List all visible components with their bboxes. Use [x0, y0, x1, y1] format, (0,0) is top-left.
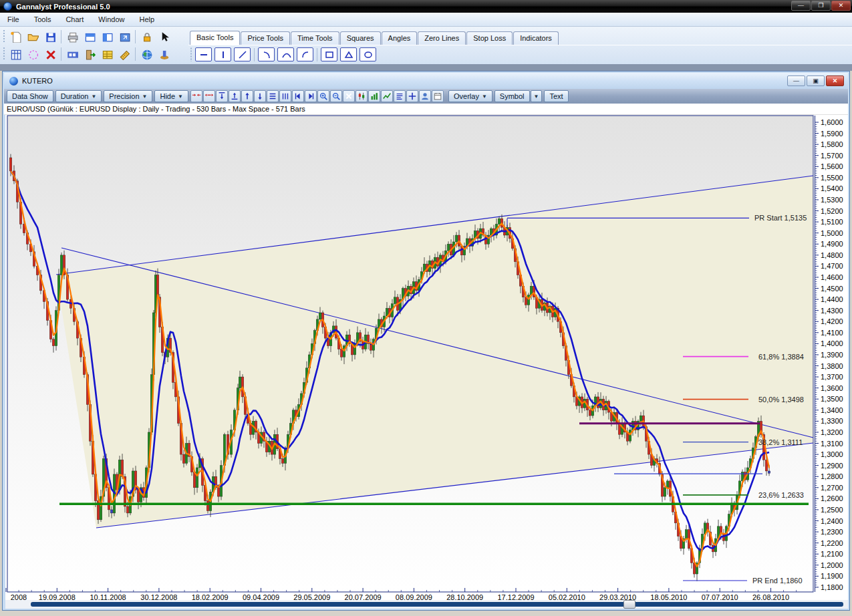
symbol-button[interactable]: Symbol [494, 90, 530, 102]
scale-down-icon [255, 92, 265, 101]
compress-bars-icon [192, 92, 201, 101]
lock-button[interactable] [138, 29, 155, 45]
new-window-button[interactable] [116, 29, 133, 45]
svg-text:1,3200: 1,3200 [821, 428, 843, 436]
chart-horizontal-scrollbar[interactable] [5, 600, 848, 609]
tab-indicators[interactable]: Indicators [513, 31, 559, 45]
new-file-icon [9, 31, 21, 43]
line-chart-button[interactable] [381, 90, 393, 102]
arc-up-tool-button[interactable] [297, 47, 313, 61]
vline-tool-button[interactable] [215, 47, 231, 61]
svg-text:1,2600: 1,2600 [821, 494, 843, 502]
tab-time-tools[interactable]: Time Tools [291, 31, 339, 45]
tab-angles[interactable]: Angles [382, 31, 418, 45]
split-vertical-button[interactable] [98, 29, 116, 45]
open-file-button[interactable] [24, 29, 41, 45]
data-table-button[interactable] [98, 46, 116, 62]
tab-squares[interactable]: Squares [340, 31, 381, 45]
data-show-button[interactable]: Data Show [7, 90, 53, 102]
tab-price-tools[interactable]: Price Tools [241, 31, 290, 45]
trend-line-tool-button[interactable] [234, 47, 251, 61]
user-button[interactable] [419, 90, 431, 102]
menu-tools[interactable]: Tools [27, 14, 59, 25]
tab-zero-lines[interactable]: Zero Lines [418, 31, 466, 45]
calculator-button[interactable] [7, 46, 24, 62]
arc-down-tool-icon [261, 49, 272, 60]
exit-button[interactable] [81, 46, 98, 62]
close-button[interactable]: ✕ [831, 1, 851, 11]
page-left-icon [293, 92, 303, 101]
zoom-out-icon [331, 92, 341, 101]
candle-chart-button[interactable] [356, 90, 368, 102]
shift-bottom-icon [230, 92, 239, 101]
shift-bottom-button[interactable] [229, 90, 241, 102]
shape-tool-button[interactable] [24, 46, 41, 62]
menu-file[interactable]: File [0, 14, 27, 25]
exit-icon [84, 48, 96, 60]
precision-button[interactable]: Precision▼ [104, 90, 152, 102]
text-button[interactable]: Text [544, 90, 568, 102]
scale-down-button[interactable] [254, 90, 266, 102]
calendar-icon [433, 92, 442, 101]
svg-text:29.05.2009: 29.05.2009 [293, 593, 330, 600]
vlines-button[interactable] [279, 90, 291, 102]
zoom-in-button[interactable] [317, 90, 329, 102]
ellipse-tool-button[interactable] [360, 47, 376, 61]
new-file-button[interactable] [7, 29, 24, 45]
bar-chart-button[interactable] [368, 90, 380, 102]
split-horizontal-button[interactable] [81, 29, 98, 45]
chart-minimize-button[interactable]: — [787, 75, 805, 86]
save-button[interactable] [41, 29, 59, 45]
hline-tool-button[interactable] [195, 47, 212, 61]
svg-text:1,4200: 1,4200 [821, 317, 843, 325]
pointer-button[interactable] [155, 29, 172, 45]
arc-down-tool-button[interactable] [258, 47, 275, 61]
toolbar-grip [3, 47, 5, 61]
overlay-button[interactable]: Overlay▼ [448, 90, 492, 102]
expand-bars-icon [204, 92, 214, 101]
measure-button[interactable] [116, 46, 133, 62]
scrollbar-thumb[interactable] [623, 600, 635, 609]
chart-area[interactable]: PR Start 1,513561,8% 1,388450,0% 1,34983… [5, 115, 848, 600]
restore-button[interactable]: ❐ [811, 1, 831, 11]
zoom-out-button[interactable] [330, 90, 342, 102]
symbol-dropdown-button[interactable]: ▼ [531, 90, 543, 102]
duration-button[interactable]: Duration▼ [55, 90, 102, 102]
rectangle-tool-button[interactable] [321, 47, 337, 61]
tab-basic-tools[interactable]: Basic Tools [190, 31, 240, 45]
trend-line-tool-icon [237, 49, 248, 60]
calendar-button[interactable] [432, 90, 444, 102]
globe-button[interactable] [138, 46, 155, 62]
chart-close-button[interactable]: ✕ [826, 75, 844, 86]
minimize-button[interactable]: — [791, 1, 811, 11]
filmstrip-button[interactable] [63, 46, 81, 62]
shift-top-button[interactable] [216, 90, 228, 102]
scale-up-button[interactable] [241, 90, 253, 102]
quote-list-button[interactable] [394, 90, 406, 102]
chart-window-title-bar[interactable]: KUTERO — ▣ ✕ [4, 73, 848, 89]
hide-button[interactable]: Hide▼ [154, 90, 188, 102]
triangle-tool-button[interactable] [340, 47, 357, 61]
delete-button[interactable] [41, 46, 59, 62]
window-bottom-edge [0, 611, 852, 616]
tab-stop-loss[interactable]: Stop Loss [466, 31, 513, 45]
menu-chart[interactable]: Chart [58, 14, 91, 25]
publish-button[interactable] [155, 46, 172, 62]
arc-top-tool-button[interactable] [277, 47, 294, 61]
title-bar[interactable]: Gannalyst Professional 5.0 — ❐ ✕ [0, 0, 852, 13]
open-file-icon [27, 31, 39, 43]
compress-bars-button[interactable] [190, 90, 202, 102]
print-button[interactable] [63, 29, 81, 45]
crosshair-button[interactable] [406, 90, 418, 102]
close-orange-button[interactable] [343, 90, 355, 102]
expand-bars-button[interactable] [203, 90, 215, 102]
page-right-button[interactable] [305, 90, 317, 102]
svg-text:PR End 1,1860: PR End 1,1860 [752, 577, 803, 585]
page-left-button[interactable] [292, 90, 304, 102]
chart-maximize-button[interactable]: ▣ [807, 75, 825, 86]
svg-text:1,3800: 1,3800 [821, 362, 843, 370]
hlines-button[interactable] [267, 90, 279, 102]
vlines-icon [281, 92, 290, 101]
menu-help[interactable]: Help [132, 14, 162, 25]
menu-window[interactable]: Window [91, 14, 132, 25]
